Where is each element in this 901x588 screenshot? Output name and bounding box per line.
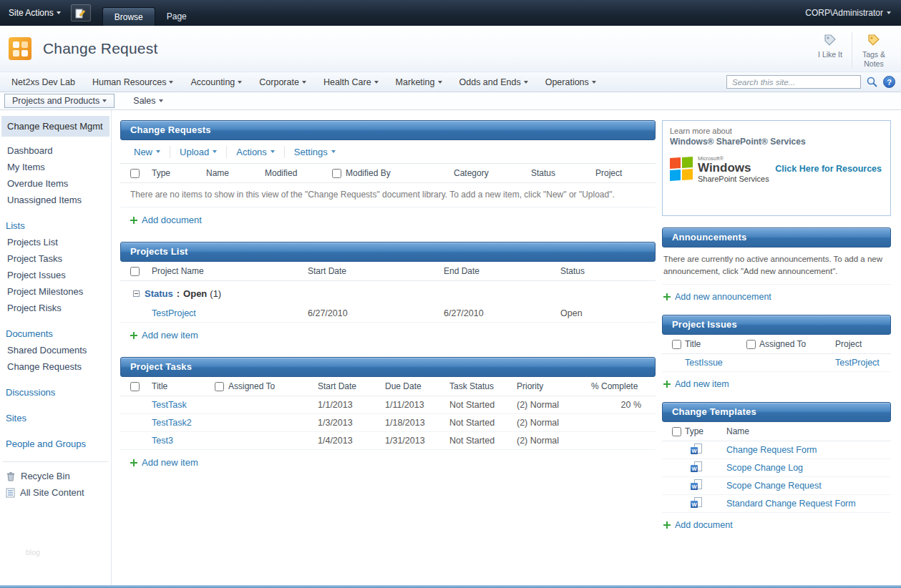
collapse-group-icon[interactable] <box>133 290 140 297</box>
column-header-title[interactable]: Title <box>152 381 215 391</box>
column-header-modified-by[interactable]: Modified By <box>346 168 391 178</box>
add-new-item-link[interactable]: Add new item <box>142 330 198 340</box>
column-header-project[interactable]: Project <box>835 339 891 349</box>
sidebar-header-documents[interactable]: Documents <box>0 325 111 342</box>
sidebar-item-change-requests[interactable]: Change Requests <box>0 358 111 375</box>
search-button[interactable] <box>866 76 878 88</box>
column-header-percent-complete[interactable]: % Complete <box>591 381 656 391</box>
actions-menu-button[interactable]: Actions <box>227 146 285 158</box>
project-tasks-webpart: Project Tasks Title Assigned To Start Da… <box>120 357 656 469</box>
word-document-icon: W <box>691 461 702 472</box>
column-header-project[interactable]: Project <box>595 168 656 178</box>
i-like-it-button[interactable]: I Like It <box>810 29 850 62</box>
sidebar-item-change-request-mgmt[interactable]: Change Request Mgmt <box>1 116 109 137</box>
search-input[interactable] <box>726 75 861 89</box>
assigned-to-checkbox[interactable] <box>215 382 224 391</box>
column-header-task-status[interactable]: Task Status <box>449 381 517 391</box>
sidebar-item-project-milestones[interactable]: Project Milestones <box>0 283 111 300</box>
select-all-checkbox[interactable] <box>130 169 140 178</box>
column-header-type[interactable]: Type <box>685 426 726 436</box>
due-date-value: 1/11/2013 <box>385 400 449 410</box>
template-link-standard-change-request-form[interactable]: Standard Change Request Form <box>726 499 856 509</box>
sidebar-header-people-and-groups[interactable]: People and Groups <box>0 436 111 452</box>
column-header-end-date[interactable]: End Date <box>444 266 560 276</box>
sidebar-item-projects-list[interactable]: Projects List <box>0 234 111 250</box>
column-header-status[interactable]: Status <box>560 266 656 276</box>
column-header-name[interactable]: Name <box>726 426 891 436</box>
column-header-category[interactable]: Category <box>454 168 531 178</box>
nav-item-health-care[interactable]: Health Care <box>323 77 379 87</box>
user-menu[interactable]: CORP\Administrator <box>805 8 901 18</box>
sidebar-item-shared-documents[interactable]: Shared Documents <box>0 342 111 358</box>
template-link-change-request-form[interactable]: Change Request Form <box>726 445 817 455</box>
column-header-due-date[interactable]: Due Date <box>385 381 449 391</box>
issue-link-testissue[interactable]: TestIssue <box>685 358 723 368</box>
resources-link[interactable]: Click Here for Resources <box>775 164 882 174</box>
column-header-assigned-to[interactable]: Assigned To <box>759 339 835 349</box>
column-header-priority[interactable]: Priority <box>517 381 591 391</box>
tags-notes-button[interactable]: Tags & Notes <box>854 29 894 72</box>
column-header-start-date[interactable]: Start Date <box>308 266 444 276</box>
upload-menu-button[interactable]: Upload <box>170 146 227 158</box>
column-header-status[interactable]: Status <box>531 168 595 178</box>
task-link-test3[interactable]: Test3 <box>152 436 173 446</box>
sidebar-item-unassigned-items[interactable]: Unassigned Items <box>0 192 111 208</box>
add-document-link[interactable]: Add document <box>142 215 202 225</box>
site-actions-menu[interactable]: Site Actions <box>0 0 68 26</box>
task-link-testtask2[interactable]: TestTask2 <box>152 418 192 428</box>
select-all-checkbox[interactable] <box>130 267 140 276</box>
edit-page-button[interactable] <box>71 4 91 21</box>
nav-item-sales[interactable]: Sales <box>126 94 170 107</box>
sidebar-header-sites[interactable]: Sites <box>0 410 111 426</box>
nav-item-accounting[interactable]: Accounting <box>190 77 242 87</box>
sidebar-item-dashboard[interactable]: Dashboard <box>0 142 111 159</box>
tab-browse[interactable]: Browse <box>102 7 155 26</box>
add-new-item-link[interactable]: Add new item <box>142 457 198 468</box>
sidebar-item-project-issues[interactable]: Project Issues <box>0 267 111 283</box>
task-link-testtask[interactable]: TestTask <box>152 400 187 410</box>
sidebar-item-overdue-items[interactable]: Overdue Items <box>0 175 111 192</box>
sidebar-item-all-site-content[interactable]: All Site Content <box>0 484 111 501</box>
table-row: W Scope Change Log <box>662 459 891 477</box>
sidebar-item-project-tasks[interactable]: Project Tasks <box>0 250 111 267</box>
sidebar-header-lists[interactable]: Lists <box>0 217 111 234</box>
column-header-type[interactable]: Type <box>152 168 206 178</box>
nav-item-net2xs-dev-lab[interactable]: Net2xs Dev Lab <box>11 77 75 87</box>
site-logo-icon[interactable] <box>9 37 31 60</box>
column-header-start-date[interactable]: Start Date <box>318 381 385 391</box>
sidebar-header-discussions[interactable]: Discussions <box>0 384 111 401</box>
tab-page[interactable]: Page <box>155 7 198 26</box>
table-row: W Change Request Form <box>662 441 891 459</box>
select-all-checkbox[interactable] <box>130 382 140 391</box>
add-new-announcement-link[interactable]: Add new announcement <box>675 292 771 302</box>
nav-item-projects-and-products[interactable]: Projects and Products <box>4 94 115 108</box>
sidebar-item-my-items[interactable]: My Items <box>0 159 111 175</box>
column-header-name[interactable]: Name <box>206 168 265 178</box>
sidebar-item-project-risks[interactable]: Project Risks <box>0 300 111 316</box>
nav-item-marketing[interactable]: Marketing <box>396 77 442 87</box>
column-header-project-name[interactable]: Project Name <box>152 266 308 276</box>
project-link-testproject[interactable]: TestProject <box>835 358 880 368</box>
new-menu-button[interactable]: New <box>125 146 170 158</box>
webpart-title-change-templates: Change Templates <box>662 402 891 422</box>
template-link-scope-change-log[interactable]: Scope Change Log <box>726 463 803 473</box>
add-document-link[interactable]: Add document <box>675 520 733 530</box>
project-link-testproject[interactable]: TestProject <box>152 308 196 318</box>
column-header-modified[interactable]: Modified <box>265 168 332 178</box>
settings-menu-button[interactable]: Settings <box>285 146 345 158</box>
modified-by-checkbox[interactable] <box>332 169 341 178</box>
column-header-assigned-to[interactable]: Assigned To <box>228 381 275 391</box>
sidebar-item-recycle-bin[interactable]: Recycle Bin <box>0 468 111 484</box>
help-button[interactable]: ? <box>883 76 895 88</box>
add-new-item-link[interactable]: Add new item <box>675 379 729 389</box>
column-header-title[interactable]: Title <box>685 339 746 349</box>
template-link-scope-change-request[interactable]: Scope Change Request <box>726 481 822 491</box>
table-row: W Scope Change Request <box>662 477 891 495</box>
nav-item-corporate[interactable]: Corporate <box>259 77 306 87</box>
nav-item-human-resources[interactable]: Human Resources <box>92 77 174 87</box>
select-all-checkbox[interactable] <box>672 427 681 436</box>
assigned-to-checkbox[interactable] <box>746 340 756 349</box>
nav-item-operations[interactable]: Operations <box>545 77 596 87</box>
nav-item-odds-and-ends[interactable]: Odds and Ends <box>459 77 528 87</box>
select-all-checkbox[interactable] <box>672 340 681 349</box>
